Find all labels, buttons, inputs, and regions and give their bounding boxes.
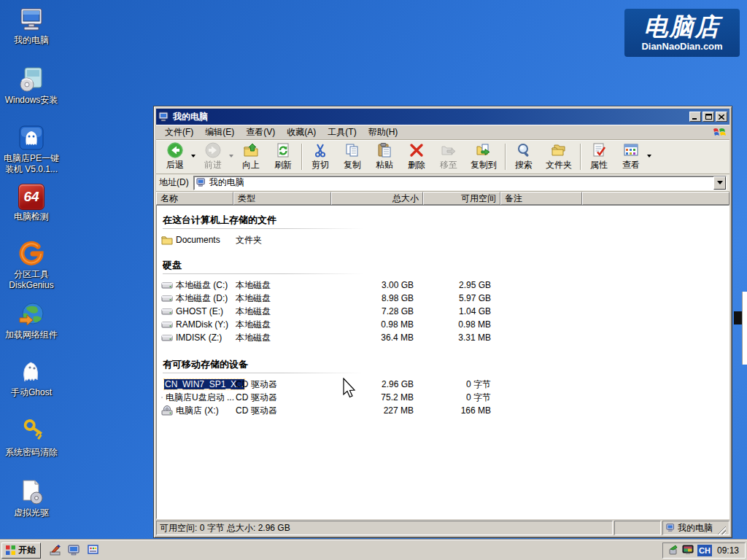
forward-button[interactable]: 前进 bbox=[197, 141, 229, 172]
cd-row-x[interactable]: 电脑店 (X:) CD 驱动器 227 MB 166 MB bbox=[157, 404, 729, 417]
desktop-icon-windows-install[interactable]: Windows安装 bbox=[0, 64, 63, 106]
properties-button[interactable]: 属性 bbox=[583, 141, 615, 172]
paste-button[interactable]: 粘贴 bbox=[368, 141, 400, 172]
drive-row-y[interactable]: RAMDisk (Y:) 本地磁盘 0.98 MB 0.98 MB bbox=[157, 318, 729, 331]
item-free: 3.31 MB bbox=[424, 332, 501, 343]
taskbar: 开始 CH 09:13 bbox=[0, 540, 747, 560]
group-title-files: 在这台计算机上存储的文件 bbox=[157, 211, 729, 228]
item-type: 本地磁盘 bbox=[234, 292, 332, 305]
desktop-icon-password-clear[interactable]: 系统密码清除 bbox=[0, 416, 63, 458]
drive-row-e[interactable]: GHOST (E:) 本地磁盘 7.28 GB 1.04 GB bbox=[157, 305, 729, 318]
item-name-selected: CN_WIN7_SP1_X... bbox=[164, 379, 244, 389]
column-header-remark[interactable]: 备注 bbox=[500, 192, 582, 205]
my-computer-icon bbox=[18, 4, 45, 34]
desktop-icon-diskgenius[interactable]: 分区工具 DiskGenius bbox=[0, 238, 63, 291]
views-button[interactable]: 查看 bbox=[615, 141, 647, 172]
minimize-button[interactable] bbox=[689, 112, 701, 122]
desktop-icon-load-network[interactable]: 加载网络组件 bbox=[0, 299, 63, 341]
hard-drive-icon bbox=[161, 333, 173, 342]
drive-row-c[interactable]: 本地磁盘 (C:) 本地磁盘 3.00 GB 2.95 GB bbox=[157, 279, 729, 292]
up-button[interactable]: 向上 bbox=[235, 141, 267, 172]
quicklaunch-display-icon[interactable] bbox=[86, 544, 99, 557]
language-indicator[interactable]: CH bbox=[697, 545, 712, 556]
desktop-icon-virtual-cdrom[interactable]: 虚拟光驱 bbox=[0, 477, 63, 518]
taskbar-clock: 09:13 bbox=[716, 545, 739, 556]
windows-install-icon bbox=[18, 64, 45, 93]
desktop-icon-manual-ghost[interactable]: 手动Ghost bbox=[0, 357, 63, 398]
back-button[interactable]: 后退 bbox=[159, 141, 191, 172]
quicklaunch-desktop-icon[interactable] bbox=[67, 544, 80, 557]
start-button[interactable]: 开始 bbox=[1, 542, 41, 559]
drive-row-d[interactable]: 本地磁盘 (D:) 本地磁盘 8.98 GB 5.97 GB bbox=[157, 292, 729, 305]
status-zone: 我的电脑 bbox=[662, 521, 729, 535]
diskgenius-icon bbox=[18, 238, 45, 268]
logo-title: 电脑店 bbox=[644, 15, 721, 39]
forward-dropdown[interactable] bbox=[229, 155, 233, 158]
menu-tools[interactable]: 工具(T) bbox=[322, 125, 362, 140]
desktop-icon-label: Windows安装 bbox=[5, 95, 58, 106]
hard-drive-icon bbox=[161, 320, 173, 329]
list-item-documents[interactable]: Documents 文件夹 bbox=[157, 233, 729, 246]
item-free: 5.97 GB bbox=[424, 293, 501, 303]
menu-favorites[interactable]: 收藏(A) bbox=[281, 125, 322, 140]
back-dropdown[interactable] bbox=[191, 155, 196, 158]
cd-row-usb-boot[interactable]: 电脑店U盘启动 ... CD 驱动器 75.2 MB 0 字节 bbox=[157, 391, 729, 404]
diannaodian-logo: 电脑店 DianNaoDian.com bbox=[624, 9, 740, 57]
forward-icon bbox=[205, 142, 221, 158]
folders-button[interactable]: 文件夹 bbox=[540, 141, 578, 172]
hard-drive-icon bbox=[161, 307, 173, 316]
item-free: 0 字节 bbox=[424, 392, 501, 404]
copy-to-button[interactable]: 复制到 bbox=[465, 141, 503, 172]
menu-edit[interactable]: 编辑(E) bbox=[199, 125, 240, 140]
cd-row-selected[interactable]: CN_WIN7_SP1_X... CD 驱动器 2.96 GB 0 字节 bbox=[157, 378, 729, 391]
quicklaunch-brush-icon[interactable] bbox=[48, 544, 61, 557]
cut-button[interactable]: 剪切 bbox=[304, 141, 336, 172]
status-text: 可用空间: 0 字节 总大小: 2.96 GB bbox=[156, 521, 613, 535]
desktop-icon-label: 电脑检测 bbox=[14, 211, 49, 222]
desktop-icon-my-computer[interactable]: 我的电脑 bbox=[0, 4, 63, 46]
delete-button[interactable]: 删除 bbox=[400, 141, 433, 172]
item-name: 本地磁盘 (C:) bbox=[176, 279, 228, 292]
address-dropdown-button[interactable] bbox=[713, 176, 726, 190]
close-button[interactable] bbox=[716, 112, 727, 122]
item-name: 电脑店 (X:) bbox=[176, 405, 219, 417]
search-button[interactable]: 搜索 bbox=[508, 141, 540, 172]
window-titlebar[interactable]: 我的电脑 bbox=[156, 109, 729, 125]
status-computer-icon bbox=[666, 524, 676, 532]
item-type: 本地磁盘 bbox=[234, 306, 332, 318]
copy-button[interactable]: 复制 bbox=[336, 141, 368, 172]
copy-to-icon bbox=[476, 142, 492, 158]
safely-remove-icon[interactable] bbox=[667, 545, 678, 556]
menu-bar: 文件(F) 编辑(E) 查看(V) 收藏(A) 工具(T) 帮助(H) bbox=[156, 125, 729, 140]
key-icon bbox=[18, 416, 45, 446]
toolbar: 后退 前进 向上 刷新 剪切 复制 粘贴 删除 bbox=[156, 140, 729, 174]
move-to-button[interactable]: 移至 bbox=[433, 141, 465, 172]
item-size: 7.28 GB bbox=[332, 306, 424, 316]
column-header-type[interactable]: 类型 bbox=[233, 192, 331, 205]
item-size: 8.98 GB bbox=[332, 293, 424, 303]
desktop-icon-label: 我的电脑 bbox=[14, 35, 49, 46]
refresh-button[interactable]: 刷新 bbox=[267, 141, 299, 172]
display-tray-icon[interactable] bbox=[682, 545, 694, 556]
column-headers: 名称 类型 总大小 可用空间 备注 bbox=[156, 192, 729, 205]
drive-row-z[interactable]: IMDISK (Z:) 本地磁盘 36.4 MB 3.31 MB bbox=[157, 331, 729, 344]
start-logo-icon bbox=[5, 545, 16, 556]
menu-help[interactable]: 帮助(H) bbox=[363, 125, 404, 140]
window-title: 我的电脑 bbox=[173, 111, 688, 123]
menu-view[interactable]: 查看(V) bbox=[240, 125, 281, 140]
desktop-icon-pe-installer[interactable]: 电脑店PE一键 装机 V5.0.1... bbox=[0, 122, 63, 175]
desktop-icon-pc-check[interactable]: 64 电脑检测 bbox=[0, 181, 63, 222]
views-icon bbox=[623, 142, 639, 158]
column-header-filler bbox=[582, 192, 729, 205]
maximize-button[interactable] bbox=[703, 112, 714, 122]
column-header-free[interactable]: 可用空间 bbox=[423, 192, 500, 205]
pc-check-64-icon: 64 bbox=[18, 181, 44, 210]
resize-grip[interactable] bbox=[717, 526, 726, 534]
column-header-name[interactable]: 名称 bbox=[156, 192, 233, 205]
menu-file[interactable]: 文件(F) bbox=[159, 125, 199, 140]
address-input[interactable]: 我的电脑 bbox=[193, 176, 727, 190]
views-dropdown[interactable] bbox=[647, 155, 651, 158]
column-header-size[interactable]: 总大小 bbox=[331, 192, 423, 205]
desktop-icon-label: 分区工具 DiskGenius bbox=[9, 269, 53, 291]
group-title-removable: 有可移动存储的设备 bbox=[157, 356, 729, 373]
